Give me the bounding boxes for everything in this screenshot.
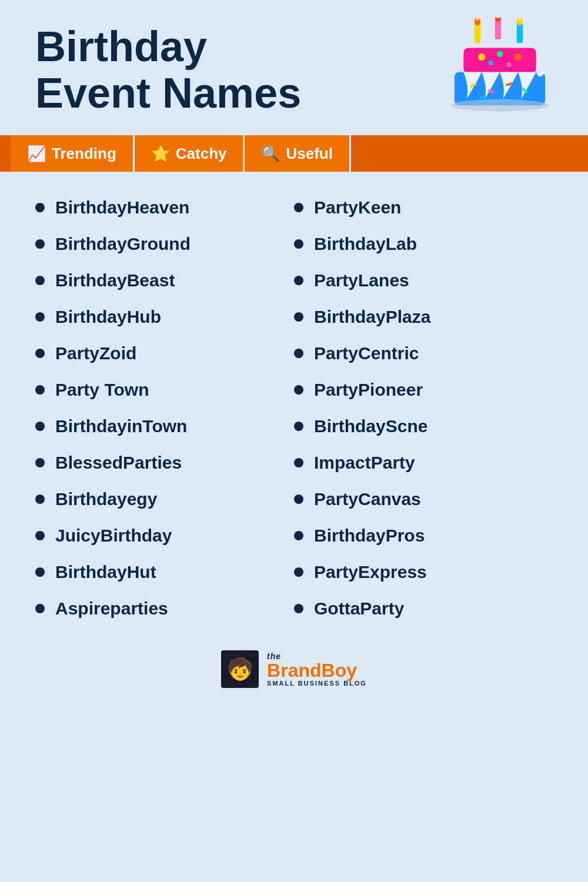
tab-accent-left — [0, 135, 11, 172]
list-item: Aspireparties — [35, 590, 294, 627]
name-text: PartyCentric — [314, 343, 419, 363]
title-line2: Event Names — [35, 69, 301, 116]
bullet-icon — [294, 203, 303, 212]
svg-point-11 — [497, 51, 503, 57]
list-item: PartyCentric — [294, 335, 553, 372]
list-item: BirthdayHub — [35, 299, 294, 335]
bullet-icon — [35, 567, 45, 577]
bullet-icon — [294, 239, 303, 249]
svg-point-10 — [478, 54, 485, 61]
name-text: GottaParty — [314, 599, 404, 619]
list-item: BirthdayHut — [35, 554, 294, 590]
list-item: BirthdayLab — [294, 226, 553, 262]
cake-image — [447, 18, 553, 123]
bullet-icon — [35, 312, 45, 322]
name-text: BirthdayScne — [314, 416, 427, 436]
name-text: BirthdayBeast — [55, 270, 175, 290]
tab-trending-label: Trending — [52, 145, 116, 163]
name-text: BlessedParties — [55, 453, 182, 473]
list-item: JuicyBirthday — [35, 517, 294, 554]
logo-brand-regular: Brand — [267, 660, 321, 681]
footer: 🧒 the BrandBoy SMALL BUSINESS BLOG — [0, 639, 588, 706]
tab-trending[interactable]: 📈 Trending — [11, 135, 135, 172]
catchy-icon: ⭐ — [151, 145, 170, 163]
bullet-icon — [35, 349, 45, 358]
tab-catchy[interactable]: ⭐ Catchy — [135, 135, 245, 172]
bullet-icon — [35, 604, 45, 613]
svg-rect-0 — [475, 22, 480, 43]
name-text: BirthdayHut — [55, 562, 156, 582]
bullet-icon — [35, 531, 45, 540]
name-text: PartyLanes — [314, 270, 409, 290]
header: Birthday Event Names — [0, 0, 588, 129]
name-text: PartyKeen — [314, 198, 401, 218]
bullet-icon — [35, 422, 45, 431]
name-text: BirthdayLab — [314, 234, 417, 254]
bullet-icon — [294, 567, 303, 577]
bullet-icon — [35, 276, 45, 285]
list-item: BirthdayPros — [294, 517, 553, 554]
tab-accent-right — [351, 135, 588, 172]
name-text: PartyExpress — [314, 562, 427, 582]
list-item: ImpactParty — [294, 445, 553, 481]
bullet-icon — [35, 203, 45, 212]
tab-useful[interactable]: 🔍 Useful — [245, 135, 350, 172]
list-item: BirthdayScne — [294, 408, 553, 445]
logo-text: the BrandBoy SMALL BUSINESS BLOG — [267, 652, 367, 687]
svg-point-21 — [452, 99, 549, 112]
list-item: BirthdayBeast — [35, 262, 294, 299]
name-text: Aspireparties — [55, 599, 168, 619]
page-title: Birthday Event Names — [35, 24, 447, 116]
trending-icon: 📈 — [27, 145, 46, 163]
name-text: PartyPioneer — [314, 380, 423, 400]
list-item: BirthdayGround — [35, 226, 294, 262]
page-wrapper: Birthday Event Names — [0, 0, 588, 882]
bullet-icon — [294, 385, 303, 395]
name-text: BirthdayHub — [55, 307, 161, 327]
tab-useful-label: Useful — [286, 145, 332, 163]
tabs-bar: 📈 Trending ⭐ Catchy 🔍 Useful — [0, 135, 588, 172]
list-item: BirthdayinTown — [35, 408, 294, 445]
list-item: BirthdayHeaven — [35, 189, 294, 226]
logo-icon-box: 🧒 — [221, 650, 259, 688]
name-text: BirthdayPros — [314, 526, 425, 546]
bullet-icon — [294, 422, 303, 431]
bullet-icon — [294, 276, 303, 285]
name-text: BirthdayGround — [55, 234, 191, 254]
bullet-icon — [294, 531, 303, 540]
useful-icon: 🔍 — [261, 145, 280, 163]
svg-point-12 — [514, 54, 522, 61]
list-item: PartyExpress — [294, 554, 553, 590]
logo-brand-name: BrandBoy — [267, 661, 367, 680]
bullet-icon — [35, 385, 45, 395]
svg-rect-2 — [495, 19, 501, 39]
name-text: BirthdayPlaza — [314, 307, 430, 327]
name-text: PartyZoid — [55, 343, 136, 363]
bullet-icon — [294, 312, 303, 322]
name-text: JuicyBirthday — [55, 526, 172, 546]
list-item: BlessedParties — [35, 445, 294, 481]
names-column-right: PartyKeen BirthdayLab PartyLanes Birthda… — [294, 189, 553, 627]
name-text: BirthdayinTown — [55, 416, 187, 436]
list-item: Party Town — [35, 372, 294, 408]
list-item: PartyPioneer — [294, 372, 553, 408]
bullet-icon — [294, 495, 303, 504]
svg-rect-4 — [517, 22, 523, 43]
list-item: PartyZoid — [35, 335, 294, 372]
list-item: BirthdayPlaza — [294, 299, 553, 335]
bullet-icon — [35, 239, 45, 249]
list-item: Birthdayegy — [35, 481, 294, 517]
logo-sub-label: SMALL BUSINESS BLOG — [267, 680, 367, 687]
list-item: PartyLanes — [294, 262, 553, 299]
tab-catchy-label: Catchy — [176, 145, 227, 163]
logo-brand-accent: Boy — [322, 660, 357, 681]
title-line1: Birthday — [35, 23, 207, 70]
bullet-icon — [294, 458, 303, 467]
name-text: ImpactParty — [314, 453, 415, 473]
names-section: BirthdayHeaven BirthdayGround BirthdayBe… — [0, 172, 588, 639]
bullet-icon — [294, 604, 303, 613]
names-column-left: BirthdayHeaven BirthdayGround BirthdayBe… — [35, 189, 294, 627]
name-text: PartyCanvas — [314, 489, 421, 509]
list-item: PartyKeen — [294, 189, 553, 226]
svg-point-14 — [506, 62, 511, 67]
